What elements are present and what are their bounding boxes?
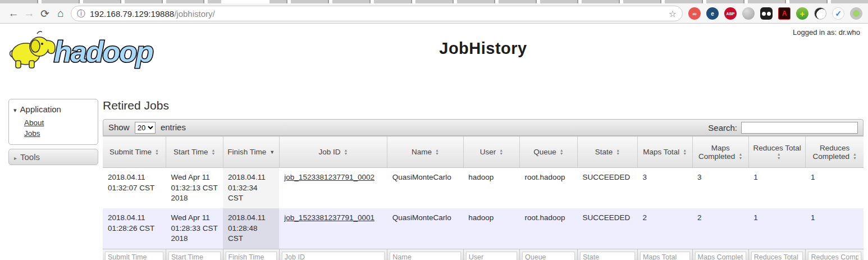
column-header-start-time[interactable]: Start Time▲▼ xyxy=(166,136,223,168)
page-title: JobHistory xyxy=(103,39,864,58)
job-link[interactable]: job_1523381237791_0002 xyxy=(284,173,374,181)
sort-both-icon: ▲▼ xyxy=(738,153,742,160)
cell-reduces-total: 1 xyxy=(748,208,806,249)
back-icon[interactable]: ← xyxy=(6,7,21,20)
nav-section-application: ▾Application About Jobs xyxy=(8,99,98,145)
column-header-maps-completed[interactable]: Maps Completed▲▼ xyxy=(692,136,748,168)
datatable-toolbar: Show 20 entries Search: xyxy=(103,119,864,136)
page-length-control: Show 20 entries xyxy=(108,122,186,134)
column-header-finish-time[interactable]: Finish Time▼ xyxy=(223,136,279,168)
browser-chrome: ← → ⟳ ⌂ ⓘ 192.168.79.129:19888/jobhistor… xyxy=(0,0,868,24)
sidebar-item-about[interactable]: About xyxy=(24,118,44,127)
filter-reduces-completed[interactable] xyxy=(808,252,861,260)
extension-red-infinity-icon[interactable]: ∞ xyxy=(688,7,701,20)
cell-job-id: job_1523381237791_0002 xyxy=(279,168,387,208)
cell-maps-completed: 2 xyxy=(692,208,748,249)
browser-toolbar: ← → ⟳ ⌂ ⓘ 192.168.79.129:19888/jobhistor… xyxy=(0,3,868,24)
table-row: 2018.04.11 01:28:26 CST Wed Apr 11 01:28… xyxy=(103,208,864,249)
table-header-row: Submit Time▲▼ Start Time▲▼ Finish Time▼ … xyxy=(103,136,864,168)
profile-avatar-icon[interactable] xyxy=(850,7,862,20)
cell-finish-time: 2018.04.11 01:32:34 CST xyxy=(223,168,279,208)
blue-check-icon[interactable]: ✓ xyxy=(832,7,844,20)
column-header-submit-time[interactable]: Submit Time▲▼ xyxy=(103,136,166,168)
column-header-maps-total[interactable]: Maps Total▲▼ xyxy=(638,136,693,168)
login-status: Logged in as: dr.who xyxy=(793,28,860,37)
cell-queue: root.hadoop xyxy=(520,168,578,208)
column-header-name[interactable]: Name▲▼ xyxy=(387,136,464,168)
refresh-icon[interactable]: ⟳ xyxy=(37,7,53,20)
column-header-reduces-total[interactable]: Reduces Total▲▼ xyxy=(748,136,806,168)
nav-section-tools[interactable]: ▸Tools xyxy=(8,149,98,165)
panda-icon[interactable] xyxy=(760,7,773,20)
sort-both-icon: ▲▼ xyxy=(155,149,159,156)
info-icon[interactable]: ⓘ xyxy=(77,8,85,19)
table-row: 2018.04.11 01:32:07 CST Wed Apr 11 01:32… xyxy=(103,168,864,208)
filter-job-id[interactable] xyxy=(282,252,385,260)
filter-reduces-total[interactable] xyxy=(751,252,803,260)
sort-both-icon: ▲▼ xyxy=(616,149,620,156)
sort-both-icon: ▲▼ xyxy=(499,149,503,156)
sort-both-icon: ▲▼ xyxy=(344,149,348,156)
job-link[interactable]: job_1523381237791_0001 xyxy=(284,213,374,222)
cell-state: SUCCEEDED xyxy=(577,168,637,208)
cell-maps-total: 3 xyxy=(638,168,693,208)
filter-user[interactable] xyxy=(466,252,517,260)
cat-icon[interactable] xyxy=(814,7,826,20)
cell-name: QuasiMonteCarlo xyxy=(387,168,464,208)
forward-icon[interactable]: → xyxy=(21,7,37,20)
sort-desc-icon: ▼ xyxy=(269,150,275,155)
column-header-user[interactable]: User▲▼ xyxy=(463,136,519,168)
cell-reduces-completed: 1 xyxy=(806,168,864,208)
content: ▾Application About Jobs ▸Tools Retired J… xyxy=(0,75,868,260)
bookmark-star-icon[interactable]: ☆ xyxy=(669,8,677,19)
main-panel: Retired Jobs Show 20 entries Search: xyxy=(103,99,864,260)
home-icon[interactable]: ⌂ xyxy=(53,7,68,20)
cell-submit-time: 2018.04.11 01:28:26 CST xyxy=(103,208,166,249)
search-input[interactable] xyxy=(741,122,858,134)
sort-both-icon: ▲▼ xyxy=(853,153,857,160)
gray-sphere-icon[interactable] xyxy=(742,7,755,20)
green-plus-icon[interactable]: + xyxy=(796,7,808,20)
address-bar[interactable]: ⓘ 192.168.79.129:19888/jobhistory/ ☆ xyxy=(71,6,683,21)
filter-maps-total[interactable] xyxy=(640,252,690,260)
cell-maps-total: 2 xyxy=(638,208,693,249)
search-label: Search: xyxy=(708,123,737,133)
page-length-select[interactable]: 20 xyxy=(135,122,156,134)
filter-start-time[interactable] xyxy=(168,252,221,260)
list-item: Jobs xyxy=(24,128,98,139)
show-label: Show xyxy=(108,122,130,132)
sidebar-item-jobs[interactable]: Jobs xyxy=(24,129,40,138)
column-header-state[interactable]: State▲▼ xyxy=(577,136,637,168)
section-heading: Retired Jobs xyxy=(103,99,864,112)
cell-maps-completed: 3 xyxy=(692,168,748,208)
filter-finish-time[interactable] xyxy=(226,252,277,260)
cell-reduces-total: 1 xyxy=(748,168,806,208)
extension-blue-e-icon[interactable]: e xyxy=(706,7,719,20)
list-item: About xyxy=(24,117,98,128)
application-section-header[interactable]: ▾Application xyxy=(9,102,98,116)
sort-both-icon: ▲▼ xyxy=(560,149,564,156)
column-header-reduces-completed[interactable]: Reduces Completed▲▼ xyxy=(806,136,864,168)
column-header-job-id[interactable]: Job ID▲▼ xyxy=(279,136,387,168)
cell-name: QuasiMonteCarlo xyxy=(387,208,464,249)
filter-row xyxy=(103,249,864,260)
chevron-down-icon: ▾ xyxy=(13,107,17,113)
filter-queue[interactable] xyxy=(522,252,575,260)
sort-both-icon: ▲▼ xyxy=(435,149,439,156)
column-header-queue[interactable]: Queue▲▼ xyxy=(520,136,578,168)
filter-state[interactable] xyxy=(580,252,635,260)
adblock-plus-icon[interactable]: ABP xyxy=(724,7,737,20)
extension-icons: ∞ e ABP A + ✓ xyxy=(688,7,862,20)
sidebar-nav: ▾Application About Jobs ▸Tools xyxy=(8,99,98,260)
adobe-acrobat-icon[interactable]: A xyxy=(778,7,791,20)
cell-reduces-completed: 1 xyxy=(806,208,864,249)
filter-name[interactable] xyxy=(390,252,461,260)
filter-maps-completed[interactable] xyxy=(695,252,746,260)
cell-user: hadoop xyxy=(463,168,519,208)
cell-finish-time: 2018.04.11 01:28:48 CST xyxy=(223,208,279,249)
cell-user: hadoop xyxy=(463,208,519,249)
filter-submit-time[interactable] xyxy=(105,252,163,260)
application-section-label: Application xyxy=(20,104,61,114)
cell-state: SUCCEEDED xyxy=(577,208,637,249)
retired-jobs-table: Submit Time▲▼ Start Time▲▼ Finish Time▼ … xyxy=(103,136,864,260)
